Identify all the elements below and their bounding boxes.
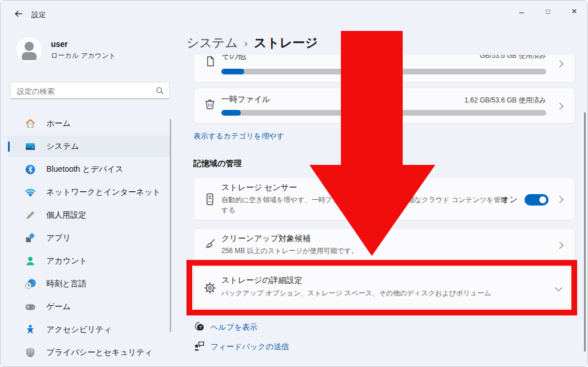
other-progress-bar [221,69,546,74]
sidebar-item-bluetooth-devices[interactable]: Bluetooth とデバイス [7,159,170,180]
breadcrumb-separator: › [244,37,248,49]
content-scrollbar[interactable] [584,112,586,352]
temp-card-title: 一時ファイル [221,94,270,105]
search-icon [155,86,165,96]
chevron-down-icon [555,284,562,291]
chevron-right-icon [556,60,563,68]
settings-search-box[interactable] [10,82,170,99]
sidebar-item-accessibility[interactable]: アクセシビリティ [7,319,170,341]
cleanup-recommendations-card[interactable]: クリーンアップ対象候補 256 MB 以上のストレージが使用可能です。 [193,228,575,261]
app-title: 設定 [31,10,46,20]
trash-icon [203,97,217,111]
chevron-right-icon [556,102,563,110]
content-viewport: その他 GB/53.6 GB 使用済み 一時ファイル 1.62 GB/53.6 … [178,55,588,367]
chevron-right-icon [556,196,563,203]
other-card-title: その他 [221,55,246,61]
home-icon [25,118,36,129]
help-icon: ? [193,321,205,333]
back-button[interactable] [10,6,27,21]
other-category-icon [203,55,217,68]
cleanup-card-description: 256 MB 以上のストレージが使用可能です。 [221,246,358,256]
wifi-icon [25,187,36,198]
shield-icon [25,347,36,358]
advanced-card-description: バックアップ オプション、ストレージ スペース、その他のディスクおよびボリューム [221,289,491,298]
other-storage-card[interactable]: その他 GB/53.6 GB 使用済み [193,55,575,82]
advanced-storage-settings-card[interactable]: ストレージの詳細設定 バックアップ オプション、ストレージ スペース、その他のデ… [193,267,575,309]
send-feedback-link[interactable]: フィードバックの送信 [210,342,289,352]
show-help-link[interactable]: ヘルプを表示 [210,322,257,333]
back-arrow-icon [13,9,23,19]
temp-card-usage: 1.62 GB/53.6 GB 使用済み [464,96,546,105]
page-title: ストレージ [254,34,318,52]
accessibility-person-icon [25,324,36,336]
maximize-button[interactable]: □ [535,1,561,22]
storage-sense-description-line2: する [221,206,236,215]
apps-icon [25,232,36,244]
feedback-icon [193,340,205,352]
show-more-categories-link[interactable]: 表示するカテゴリを増やす [193,131,284,141]
settings-window: 設定 – □ × user ローカル アカウント ホーム [0,0,588,367]
breadcrumb-parent[interactable]: システム [186,34,238,52]
other-progress-fill [221,69,244,74]
gear-icon [203,281,217,295]
storage-sense-description: 自動的に空き領域を増やす、一時ファイル 可能なクラウド コンテンツを管理 [221,195,507,204]
clock-globe-icon [25,278,36,290]
sidebar-scrollbar[interactable] [170,119,171,332]
storage-management-header: 記憶域の管理 [193,159,241,169]
minimize-button[interactable]: – [508,1,535,22]
sidebar-item-time-language[interactable]: 時刻と言語 [7,273,170,295]
system-icon [25,141,36,152]
sidebar-item-system[interactable]: システム [7,136,170,157]
storage-sense-toggle[interactable] [525,194,549,206]
temp-progress-bar [221,110,546,116]
sidebar-item-network-internet[interactable]: ネットワークとインターネット [7,181,170,203]
other-card-usage: GB/53.6 GB 使用済み [480,55,546,61]
breadcrumb: システム › ストレージ [186,34,318,52]
sidebar-item-apps[interactable]: アプリ [7,227,170,249]
storage-sense-icon [203,192,217,206]
sidebar-item-personalization[interactable]: 個人用設定 [7,204,170,226]
close-button[interactable]: × [561,1,587,22]
sidebar-item-privacy-security[interactable]: プライバシーとセキュリティ [7,342,170,364]
brush-icon [25,210,36,221]
sidebar-item-home[interactable]: ホーム [7,113,170,135]
temp-progress-fill [221,110,241,116]
user-name: user [51,40,68,49]
broom-icon [203,238,217,251]
user-account-type: ローカル アカウント [51,51,116,61]
svg-text:?: ? [199,325,202,330]
search-input[interactable] [16,84,150,98]
temp-files-card[interactable]: 一時ファイル 1.62 GB/53.6 GB 使用済み [193,88,575,124]
storage-sense-title: ストレージ センサー [221,183,297,193]
cleanup-card-title: クリーンアップ対象候補 [221,234,311,244]
titlebar: 設定 – □ × [1,1,587,25]
toggle-state-label: オン [501,195,518,205]
chevron-right-icon [556,242,563,249]
bluetooth-icon [25,164,36,175]
sidebar-item-gaming[interactable]: ゲーム [7,296,170,318]
gamepad-icon [25,301,36,313]
storage-sense-card[interactable]: ストレージ センサー 自動的に空き領域を増やす、一時ファイル 可能なクラウド コ… [193,177,575,220]
sidebar-item-accounts[interactable]: アカウント [7,250,170,272]
advanced-card-title: ストレージの詳細設定 [221,275,303,286]
user-avatar[interactable] [15,36,43,64]
person-icon [25,255,36,267]
